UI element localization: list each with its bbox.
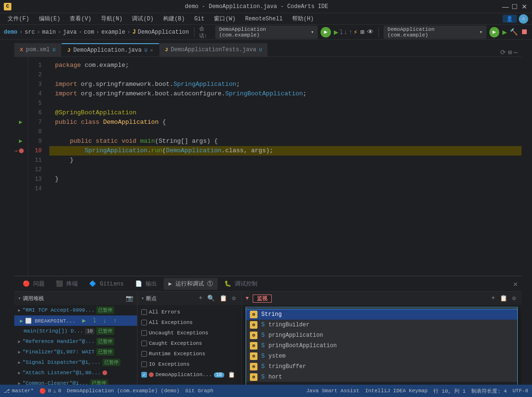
cs-item-attach[interactable]: ▶ "Attach Listener"@1,90... [14,368,137,378]
watch-config-button[interactable]: ⚙ [510,294,518,303]
cs-item-breakpoint[interactable]: ▶ ⬜ BREAKPOINT... ▶ ⤵ ↓ ↑ [14,315,137,326]
ac-item-system[interactable]: ⊕ System [246,351,517,361]
step-over-button[interactable]: ⤵ [339,28,343,36]
ac-item-short[interactable]: ⊕ Short [246,372,517,382]
watch-add-button[interactable]: + [489,294,497,303]
stop-button[interactable]: ⏹ [521,28,528,37]
ac-item-springbootapplication[interactable]: ⊕ SpringBootApplication [246,341,517,351]
menu-git[interactable]: Git [191,15,209,23]
cs-item-signal[interactable]: ▶ "Signal Dispatcher"@1,... 已暂停 [14,357,137,368]
maximize-button[interactable]: ☐ [511,3,519,10]
tab-output[interactable]: 📄 输出 [130,278,162,290]
camera-icon[interactable]: 📷 [126,295,133,302]
ac-item-stringbuilder[interactable]: ⊕ StringBuilder [246,320,517,330]
tab-size[interactable]: 制表符长度: 4 [471,388,507,395]
menu-window[interactable]: 窗口(W) [210,14,239,24]
menu-navigate[interactable]: 导航(N) [97,14,127,24]
run-to-cursor-button[interactable]: ⚡ [353,28,357,36]
tab-actions[interactable]: ⟳ ⊞ ⋯ [500,48,522,56]
step-into-button[interactable]: ↓ [344,28,348,36]
tab-demo-tests[interactable]: J DemoApplicationTests.java U [159,43,268,56]
run-button[interactable]: ▶ [321,27,331,37]
bp-config-button[interactable]: 📋 [218,294,229,303]
profile-icon[interactable]: A [519,14,528,24]
bottom-panel-close-button[interactable]: ✕ [513,279,518,289]
tab-run-debug[interactable]: ▶ 运行和调试 ① [164,278,218,290]
tab-demo-application[interactable]: J DemoApplication.java U ✕ [62,43,159,56]
bp-runtime-exceptions[interactable]: Runtime Exceptions [138,349,241,359]
java-assist[interactable]: Java Smart Assist [306,388,359,394]
tab-problems[interactable]: 🔴 问题 [18,278,49,290]
cs-item-common-cleaner[interactable]: ▶ "Common-Cleaner"@1... 已暂停 [14,378,137,385]
bp-all-exceptions[interactable]: All Exceptions [138,317,241,328]
menu-help[interactable]: 帮助(H) [288,14,318,24]
watch-collapse-arrow[interactable]: ▼ [246,295,249,301]
bp-uncaught-checkbox[interactable] [141,330,147,336]
error-count[interactable]: 🔴 0 ⚠ 0 [39,388,61,394]
tab-terminal[interactable]: ⬛ 终端 [51,278,83,290]
bp-add-button[interactable]: + [197,294,204,303]
close-button[interactable]: ✕ [521,3,528,10]
keymap[interactable]: IntelliJ IDEA Keymap [365,388,428,394]
tab-history-icon[interactable]: ⟳ [500,48,506,56]
watch-copy-button[interactable]: 📋 [498,294,509,303]
ac-item-string[interactable]: ⊕ String [246,309,517,320]
bp-all-exceptions-checkbox[interactable] [141,320,147,325]
cs-item-ref-handler[interactable]: ▶ "Reference Handler"@... 已暂停 [14,336,137,347]
bp-uncaught-exceptions[interactable]: Uncaught Exceptions [138,328,241,338]
evaluate-button[interactable]: ⊞ [360,28,364,36]
bp-collapse-arrow[interactable]: ▾ [141,295,144,301]
collapse-arrow[interactable]: ▾ [18,295,21,301]
cs-item-rmi[interactable]: ▶ "RMI TCP Accept-9999... 已暂停 [14,305,137,315]
menu-build[interactable]: 构建(B) [159,14,189,24]
bp-runtime-checkbox[interactable] [141,351,147,357]
tab-gitlens[interactable]: 🔷 GitLens [84,278,128,289]
project-status[interactable]: DemoApplication (com.example) (demo) [67,388,180,394]
bp-all-errors-checkbox[interactable] [141,309,147,315]
encoding[interactable]: UTF-8 [513,388,528,394]
bp-caught-exceptions[interactable]: Caught Exceptions [138,338,241,349]
bp-copy-icon[interactable]: 📋 [228,371,235,379]
cs-item-main[interactable]: main(String[]) D... 10 已暂停 [14,326,137,336]
tab-more-icon[interactable]: ⋯ [514,48,518,56]
bp-caught-checkbox[interactable] [141,341,147,346]
show-more-bar[interactable]: 显示更多 (Ctrl+Space) [246,381,517,385]
bp-all-errors[interactable]: All Errors [138,307,241,317]
code-content[interactable]: package com.example; import org.springfr… [49,57,522,276]
line-col[interactable]: 行 10, 列 1 [433,388,466,395]
bp-demo-application[interactable]: ✓ DemoApplication... 10 📋 [138,369,241,380]
step-into-btn[interactable]: ↓ [100,316,110,325]
menu-file[interactable]: 文件(F) [4,14,33,24]
expand-icon[interactable]: ▶ [18,308,20,313]
menu-remote[interactable]: RemoteShell [241,15,286,23]
step-out-button[interactable]: ↑ [349,28,352,36]
tab-pom-xml[interactable]: X pom.xml U [14,43,62,56]
tab-close-button[interactable]: ✕ [150,47,153,53]
resume-btn[interactable]: ▶ [79,316,89,325]
add-watch-button[interactable]: 👁 [367,28,374,36]
ac-item-springapplication[interactable]: ⊕ SpringApplication [246,330,517,341]
run-context-dropdown-2[interactable]: DemoApplication (com.example) ▾ [384,26,486,39]
bp-io-exceptions[interactable]: IO Exceptions [138,359,241,369]
build-button[interactable]: 🔨 [510,28,518,36]
bp-demo-checkbox[interactable]: ✓ [141,372,147,378]
git-graph-button[interactable]: Git Graph [185,388,213,394]
bp-search-button[interactable]: 🔍 [205,294,217,303]
debug-run-button[interactable]: ▶ [502,28,507,37]
tab-debug-control[interactable]: 🐛 调试控制 [220,278,262,290]
run-button-2[interactable]: ▶ [489,27,500,37]
step-out-btn[interactable]: ↑ [110,316,120,325]
bp-more-button[interactable]: ⚙ [230,294,238,303]
user-icon[interactable]: 👤 [503,15,517,23]
ac-item-stringbuffer[interactable]: ⊕ StringBuffer [246,361,517,372]
cs-item-finalizer[interactable]: ▶ "Finalizer"@1,907: WAIT 已暂停 [14,347,137,357]
bp-io-checkbox[interactable] [141,361,147,367]
menu-debug[interactable]: 调试(D) [128,14,157,24]
minimize-button[interactable]: — [502,3,509,10]
git-branch[interactable]: ⎇ master* [4,388,34,394]
tab-split-icon[interactable]: ⊞ [508,48,512,56]
step-over-btn[interactable]: ⤵ [90,316,99,325]
menu-view[interactable]: 查看(V) [66,14,95,24]
run-context-dropdown[interactable]: DemoApplication (com.example) ▾ [215,26,318,39]
continue-button[interactable]: ▶ [334,28,339,37]
